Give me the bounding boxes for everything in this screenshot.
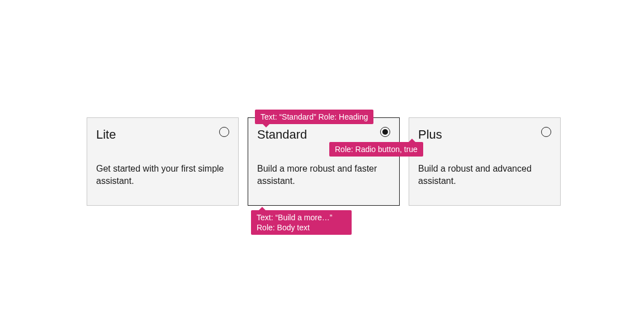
radio-plus[interactable] xyxy=(541,127,551,137)
plan-body: Get started with your first simple assis… xyxy=(96,163,229,187)
arrow-down-icon xyxy=(263,124,269,127)
plan-tile-plus[interactable]: Plus Build a robust and advanced assista… xyxy=(409,117,561,206)
plan-title: Lite xyxy=(96,127,229,143)
arrow-up-icon xyxy=(409,139,415,142)
radio-outline-icon xyxy=(541,127,551,137)
annotation-body: Text: “Build a more…” Role: Body text xyxy=(251,210,352,235)
annotation-heading: Text: “Standard” Role: Heading xyxy=(255,110,373,124)
plan-tile-lite[interactable]: Lite Get started with your first simple … xyxy=(87,117,239,206)
annotation-text-line2: Role: Body text xyxy=(257,223,310,232)
plan-title: Standard xyxy=(257,127,390,143)
plan-tiles: Lite Get started with your first simple … xyxy=(87,117,561,206)
arrow-up-icon xyxy=(259,207,266,210)
radio-outline-icon xyxy=(219,127,229,137)
radio-dot-icon xyxy=(382,129,388,135)
annotation-text-line1: Text: “Build a more…” xyxy=(257,213,332,222)
annotation-text: Role: Radio button, true xyxy=(335,145,418,154)
annotation-radio: Role: Radio button, true xyxy=(329,142,423,157)
plan-body: Build a robust and advanced assistant. xyxy=(418,163,551,187)
annotation-text: Text: “Standard” Role: Heading xyxy=(261,112,368,121)
plan-tile-standard[interactable]: Standard Build a more robust and faster … xyxy=(248,117,400,206)
radio-standard[interactable] xyxy=(380,127,390,137)
plan-title: Plus xyxy=(418,127,551,143)
radio-lite[interactable] xyxy=(219,127,229,137)
canvas: Lite Get started with your first simple … xyxy=(0,0,644,322)
plan-body: Build a more robust and faster assistant… xyxy=(257,163,390,187)
